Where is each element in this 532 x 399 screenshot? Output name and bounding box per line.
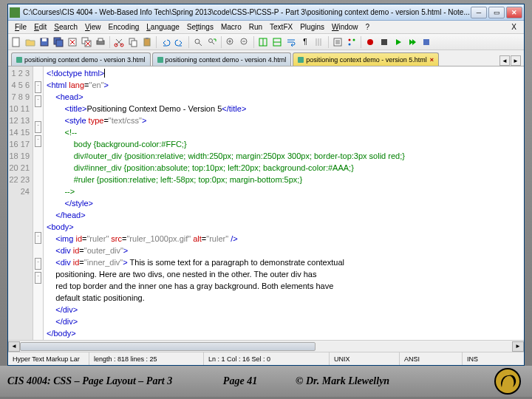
- macro-stop-icon[interactable]: [378, 35, 391, 49]
- tab-file-5[interactable]: positioning context demo - version 5.htm…: [293, 52, 439, 66]
- svg-rect-9: [98, 38, 103, 41]
- close-all-icon[interactable]: [80, 35, 93, 49]
- status-language: Hyper Text Markup Lar: [8, 352, 89, 365]
- menu-window[interactable]: Window: [328, 23, 362, 31]
- macro-save-icon[interactable]: [420, 35, 433, 49]
- tab-prev-icon[interactable]: ◄: [499, 55, 510, 66]
- macro-record-icon[interactable]: [364, 35, 377, 49]
- window-title: C:\Courses\CIS 4004 - Web-Based Info Tec…: [23, 8, 471, 16]
- menu-x[interactable]: X: [508, 23, 521, 31]
- svg-point-30: [496, 369, 519, 393]
- svg-point-25: [349, 43, 351, 45]
- horizontal-scrollbar[interactable]: ◄ ►: [8, 340, 524, 352]
- tab-file-4[interactable]: positioning context demo - version 4.htm…: [152, 52, 292, 66]
- save-all-icon[interactable]: [52, 35, 65, 49]
- maximize-button[interactable]: ▭: [488, 7, 505, 18]
- replace-icon[interactable]: [205, 35, 219, 49]
- toolbar: ¶: [8, 34, 524, 50]
- scroll-thumb[interactable]: [20, 342, 316, 351]
- find-icon[interactable]: [191, 35, 205, 49]
- status-mode: INS: [463, 352, 524, 365]
- menu-search[interactable]: Search: [50, 23, 81, 31]
- notepad-plus-plus-window: C:\Courses\CIS 4004 - Web-Based Info Tec…: [7, 4, 525, 366]
- svg-point-17: [209, 38, 213, 42]
- title-bar: C:\Courses\CIS 4004 - Web-Based Info Tec…: [8, 4, 524, 21]
- menu-language[interactable]: Language: [143, 23, 183, 31]
- tab-close-icon[interactable]: ×: [430, 56, 434, 64]
- new-file-icon[interactable]: [10, 35, 23, 49]
- cut-icon[interactable]: [112, 35, 126, 49]
- sync-h-icon[interactable]: [270, 35, 284, 49]
- redo-icon[interactable]: [173, 35, 186, 49]
- tab-bar: positioning context demo - version 3.htm…: [8, 50, 524, 66]
- svg-rect-4: [56, 40, 63, 47]
- function-list-icon[interactable]: [331, 35, 344, 49]
- print-icon[interactable]: [94, 35, 107, 49]
- status-length: length : 818 lines : 25: [89, 352, 204, 365]
- footer-author: © Dr. Mark Llewellyn: [296, 375, 491, 387]
- tab-file-3[interactable]: positioning context demo - version 3.htm…: [11, 52, 151, 66]
- menu-macro[interactable]: Macro: [217, 23, 245, 31]
- code-editor[interactable]: 1 2 3 4 5 6 7 8 9 10 11 12 13 14 15 16 1…: [8, 66, 524, 340]
- code-area[interactable]: <!doctype html> <html lang="en"> <head> …: [44, 66, 524, 340]
- indent-guide-icon[interactable]: [313, 35, 326, 49]
- status-bar: Hyper Text Markup Lar length : 818 lines…: [8, 352, 524, 365]
- menu-run[interactable]: Run: [245, 23, 266, 31]
- svg-rect-15: [146, 38, 149, 39]
- svg-rect-27: [381, 39, 387, 45]
- sync-v-icon[interactable]: [256, 35, 270, 49]
- svg-rect-13: [132, 41, 137, 47]
- menu-settings[interactable]: Settings: [183, 23, 217, 31]
- menu-view[interactable]: View: [81, 23, 105, 31]
- macro-play-icon[interactable]: [392, 35, 405, 49]
- svg-rect-14: [144, 38, 150, 46]
- open-file-icon[interactable]: [24, 35, 37, 49]
- macro-multi-icon[interactable]: [406, 35, 419, 49]
- folder-tree-icon[interactable]: [345, 35, 358, 49]
- svg-point-26: [367, 39, 373, 45]
- ucf-logo-icon: [491, 366, 525, 396]
- paste-icon[interactable]: [140, 35, 154, 49]
- svg-rect-28: [423, 39, 429, 45]
- footer-page: Page 41: [185, 375, 296, 387]
- svg-rect-2: [42, 38, 47, 41]
- menu-encoding[interactable]: Encoding: [105, 23, 143, 31]
- status-position: Ln : 1 Col : 16 Sel : 0: [204, 352, 330, 365]
- scroll-left-icon[interactable]: ◄: [8, 341, 20, 352]
- menu-textfx[interactable]: TextFX: [266, 23, 296, 31]
- menu-file[interactable]: File: [11, 23, 30, 31]
- close-button[interactable]: ✕: [506, 7, 522, 18]
- save-icon[interactable]: [38, 35, 51, 49]
- footer-course: CIS 4004: CSS – Page Layout – Part 3: [7, 375, 185, 387]
- menu-plugins[interactable]: Plugins: [296, 23, 328, 31]
- copy-icon[interactable]: [126, 35, 140, 49]
- menu-help[interactable]: ?: [362, 23, 374, 31]
- app-icon: [10, 7, 20, 18]
- menu-edit[interactable]: Edit: [30, 23, 50, 31]
- close-file-icon[interactable]: [66, 35, 79, 49]
- zoom-in-icon[interactable]: [224, 35, 237, 49]
- svg-point-24: [353, 38, 355, 41]
- slide-footer: CIS 4004: CSS – Page Layout – Part 3 Pag…: [0, 366, 532, 397]
- tab-next-icon[interactable]: ►: [511, 55, 521, 66]
- status-eol: UNIX: [330, 352, 400, 365]
- svg-rect-0: [13, 38, 19, 47]
- status-encoding: ANSI: [400, 352, 463, 365]
- minimize-button[interactable]: ─: [471, 7, 487, 18]
- fold-gutter[interactable]: - - - - - - -: [33, 66, 44, 340]
- scroll-right-icon[interactable]: ►: [512, 341, 524, 352]
- show-chars-icon[interactable]: ¶: [299, 35, 312, 49]
- zoom-out-icon[interactable]: [238, 35, 251, 49]
- svg-point-23: [349, 38, 351, 41]
- undo-icon[interactable]: [159, 35, 172, 49]
- line-numbers: 1 2 3 4 5 6 7 8 9 10 11 12 13 14 15 16 1…: [8, 66, 33, 340]
- menu-bar: File Edit Search View Encoding Language …: [8, 21, 524, 34]
- wrap-icon[interactable]: [284, 35, 298, 49]
